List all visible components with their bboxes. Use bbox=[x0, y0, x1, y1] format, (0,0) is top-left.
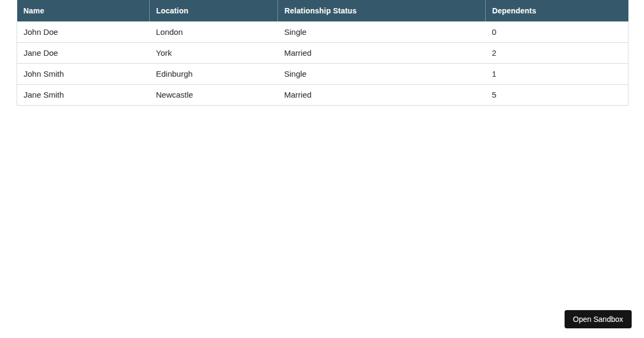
cell-location: London bbox=[150, 21, 278, 42]
column-header-location: Location bbox=[150, 0, 278, 21]
cell-name: John Doe bbox=[17, 21, 150, 42]
table-row: John Smith Edinburgh Single 1 bbox=[17, 63, 628, 84]
cell-location: Newcastle bbox=[150, 84, 278, 105]
cell-dependents: 2 bbox=[486, 42, 628, 63]
open-sandbox-button[interactable]: Open Sandbox bbox=[565, 310, 632, 328]
cell-location: York bbox=[150, 42, 278, 63]
cell-dependents: 1 bbox=[486, 63, 628, 84]
table-row: Jane Doe York Married 2 bbox=[17, 42, 628, 63]
cell-name: Jane Smith bbox=[17, 84, 150, 105]
cell-relationship-status: Married bbox=[278, 84, 486, 105]
cell-dependents: 5 bbox=[486, 84, 628, 105]
column-header-relationship-status: Relationship Status bbox=[278, 0, 486, 21]
cell-name: John Smith bbox=[17, 63, 150, 84]
cell-dependents: 0 bbox=[486, 21, 628, 42]
cell-relationship-status: Single bbox=[278, 21, 486, 42]
page: Name Location Relationship Status Depend… bbox=[0, 0, 644, 338]
table-header-row: Name Location Relationship Status Depend… bbox=[17, 0, 628, 21]
column-header-dependents: Dependents bbox=[486, 0, 628, 21]
people-table: Name Location Relationship Status Depend… bbox=[17, 0, 628, 106]
cell-relationship-status: Single bbox=[278, 63, 486, 84]
table-row: John Doe London Single 0 bbox=[17, 21, 628, 42]
column-header-name: Name bbox=[17, 0, 150, 21]
cell-relationship-status: Married bbox=[278, 42, 486, 63]
cell-name: Jane Doe bbox=[17, 42, 150, 63]
table-row: Jane Smith Newcastle Married 5 bbox=[17, 84, 628, 105]
cell-location: Edinburgh bbox=[150, 63, 278, 84]
